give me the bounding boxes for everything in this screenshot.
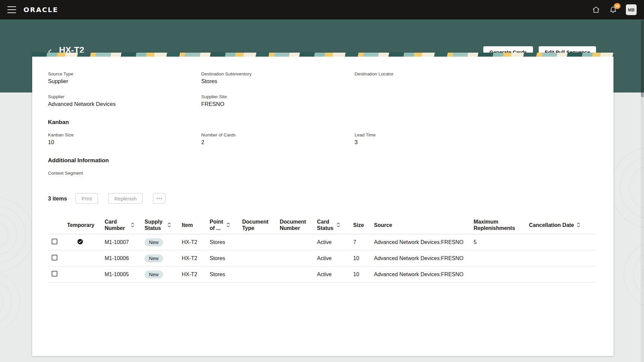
sort-icon[interactable] [167,222,171,228]
table-toolbar: 3 items Print Replenish ⋯ [48,193,598,204]
size-cell: 10 [349,250,370,266]
document-number-cell [276,266,313,283]
notifications-button[interactable]: 10 [609,6,617,14]
replenish-button[interactable]: Replenish [108,193,143,204]
sort-icon[interactable] [336,222,340,228]
item-cell: HX-T2 [178,234,206,250]
document-type-cell [238,266,276,283]
menu-icon[interactable] [7,6,16,13]
maximum-replenishments-cell: 5 [470,234,525,250]
field-kanban-size: Kanban Size 10 [48,132,201,150]
cancellation-date-cell [525,250,595,266]
card-status-cell: Active [313,266,349,283]
temporary-check-icon [77,239,83,245]
sort-icon[interactable] [226,222,230,228]
print-button[interactable]: Print [75,193,98,204]
kanban-cards-table: Temporary Card Number Supply Status Item… [48,219,595,283]
source-cell: Advanced Network Devices:FRESNO [370,234,470,250]
cancellation-date-cell [525,266,595,283]
field-value: Advanced Network Devices [48,101,201,107]
column-header-cancellation-date[interactable]: Cancellation Date [525,219,595,234]
field-value: Supplier [48,78,201,84]
topbar: ORACLE 10 MB [0,0,644,19]
field-value: FRESNO [201,101,355,107]
point-of-use-cell: Stores [206,266,238,283]
detail-card: Source Type Supplier Destination Subinve… [32,53,613,356]
field-label: Supplier [48,94,201,99]
kanban-fields: Kanban Size 10 Number of Cards 2 Lead Ti… [48,132,598,155]
card-number-cell: M1-10007 [101,234,141,250]
column-header-card-status[interactable]: Card Status [313,219,349,234]
cancellation-date-cell [525,234,595,250]
card-number-cell: M1-10005 [101,266,141,283]
notification-count-badge: 10 [614,3,621,9]
detail-fields: Source Type Supplier Destination Subinve… [48,71,598,117]
avatar[interactable]: MB [626,4,637,15]
document-number-cell [276,234,313,250]
field-destination-locator: Destination Locator [355,71,598,89]
field-value: 3 [355,139,598,145]
column-header-item: Item [178,219,206,234]
kanban-section-heading: Kanban [48,119,598,126]
field-value: 10 [48,139,201,145]
size-cell: 7 [349,234,370,250]
maximum-replenishments-cell [470,266,525,283]
table-row[interactable]: M1-10005 New HX-T2 Stores Active 10 Adva… [48,266,595,283]
table-row[interactable]: M1-10006 New HX-T2 Stores Active 10 Adva… [48,250,595,266]
supply-status-badge: New [145,238,163,246]
supply-status-badge: New [145,270,163,279]
column-header-maximum-replenishments: Maximum Replenishments [470,219,525,234]
column-header-document-type: Document Type [238,219,276,234]
size-cell: 10 [349,266,370,283]
field-source-type: Source Type Supplier [48,71,201,89]
supply-status-badge: New [145,254,163,262]
column-header-point-of-use[interactable]: Point of ... [206,219,238,234]
card-status-cell: Active [313,234,349,250]
field-number-of-cards: Number of Cards 2 [201,132,355,150]
field-label: Destination Subinventory [201,71,355,76]
column-header-temporary: Temporary [61,219,101,234]
field-label: Supplier Site [201,94,355,99]
field-spacer [355,94,598,112]
column-header-size: Size [349,219,370,234]
scrollbar[interactable] [641,19,644,362]
home-icon [592,6,600,14]
home-button[interactable] [592,6,600,14]
column-header-card-number[interactable]: Card Number [101,219,141,234]
item-cell: HX-T2 [178,266,206,283]
oracle-logo: ORACLE [23,6,58,14]
point-of-use-cell: Stores [206,250,238,266]
document-type-cell [238,234,276,250]
field-label: Lead Time [355,132,598,137]
point-of-use-cell: Stores [206,234,238,250]
field-label: Destination Locator [355,71,598,76]
table-row[interactable]: M1-10007 New HX-T2 Stores Active 7 Advan… [48,234,595,250]
source-cell: Advanced Network Devices:FRESNO [370,266,470,283]
row-checkbox[interactable] [52,271,57,277]
scrollbar-thumb[interactable] [641,20,644,97]
context-segment-label: Context Segment [48,171,598,176]
decorative-banner [32,53,613,57]
field-label: Source Type [48,71,201,76]
document-type-cell [238,250,276,266]
field-value: Stores [201,78,355,84]
items-count: 3 items [48,195,67,202]
field-destination-subinventory: Destination Subinventory Stores [201,71,355,89]
row-checkbox[interactable] [52,239,57,244]
field-value: 2 [201,139,355,145]
field-label: Number of Cards [201,132,355,137]
column-header-document-number: Document Number [276,219,313,234]
column-header-supply-status[interactable]: Supply Status [141,219,178,234]
card-number-cell: M1-10006 [101,250,141,266]
table-header-row: Temporary Card Number Supply Status Item… [48,219,595,234]
sort-icon[interactable] [131,222,135,228]
maximum-replenishments-cell [470,250,525,266]
item-cell: HX-T2 [178,250,206,266]
additional-information-heading: Additional Information [48,157,598,164]
card-status-cell: Active [313,250,349,266]
field-supplier-site: Supplier Site FRESNO [201,94,355,112]
sort-icon[interactable] [577,222,580,228]
source-cell: Advanced Network Devices:FRESNO [370,250,470,266]
row-checkbox[interactable] [52,255,57,260]
more-actions-button[interactable]: ⋯ [153,193,165,204]
